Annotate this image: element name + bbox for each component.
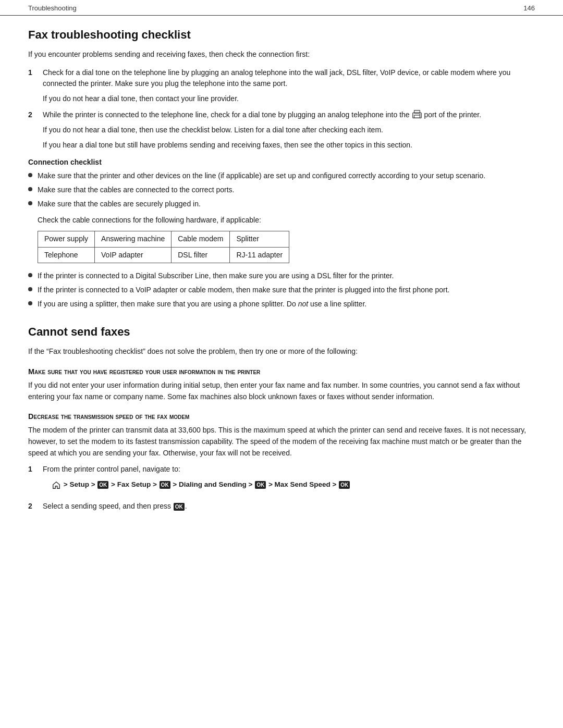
subsection-register-heading-text: Make sure that you have registered your … <box>28 367 260 376</box>
subsection-speed-body: The modem of the printer can transmit da… <box>28 425 535 459</box>
table-cell-r2c4: RJ-11 adapter <box>230 247 289 263</box>
speed-step-2-content: Select a sending speed, and then press O… <box>43 501 535 512</box>
speed-step-2-text: Select a sending speed, and then press O… <box>43 502 187 510</box>
table-row-2: Telephone VoIP adapter DSL filter RJ-11 … <box>38 247 289 263</box>
bullet-dot-2 <box>28 187 32 191</box>
italic-not: not <box>298 300 308 308</box>
ok-badge-2: OK <box>160 481 170 489</box>
speed-step-1: 1 From the printer control panel, naviga… <box>28 464 535 496</box>
more-bullet-1: If the printer is connected to a Digital… <box>28 270 535 281</box>
table-cell-r1c2: Answering machine <box>95 231 172 248</box>
svg-rect-2 <box>414 115 420 118</box>
bullet-item-1: Make sure that the printer and other dev… <box>28 170 535 181</box>
subsection-register-heading: Make sure that you have registered your … <box>28 367 535 376</box>
more-bullets: If the printer is connected to a Digital… <box>28 270 535 310</box>
more-bullet-dot-3 <box>28 301 32 305</box>
bullet-text-3: Make sure that the cables are securely p… <box>38 199 201 209</box>
item-1-text: Check for a dial tone on the telephone l… <box>43 68 510 88</box>
hardware-table: Power supply Answering machine Cable mod… <box>38 231 289 263</box>
checklist-bullets: Make sure that the printer and other dev… <box>28 170 535 209</box>
speed-step-1-text: From the printer control panel, navigate… <box>43 465 180 473</box>
more-bullet-text-3: If you are using a splitter, then make s… <box>38 299 366 310</box>
subsection-speed: Decrease the transmission speed of the f… <box>28 412 535 512</box>
ok-badge-4: OK <box>339 481 350 489</box>
table-cell-r1c3: Cable modem <box>172 231 230 248</box>
speed-step-2: 2 Select a sending speed, and then press… <box>28 501 535 512</box>
numbered-item-1: 1 Check for a dial tone on the telephone… <box>28 67 535 104</box>
page-number: 146 <box>523 4 535 12</box>
nav-line: > Setup > OK > Fax Setup > OK > Dialing … <box>52 479 535 490</box>
table-cell-r1c4: Splitter <box>230 231 289 248</box>
speed-step-num-2: 2 <box>28 501 43 512</box>
section2-intro: If the “Fax troubleshooting checklist” d… <box>28 346 535 357</box>
numbered-item-2: 2 While the printer is connected to the … <box>28 109 535 151</box>
more-bullet-dot-2 <box>28 287 32 291</box>
bullet-text-2: Make sure that the cables are connected … <box>38 184 234 195</box>
item-2-content: While the printer is connected to the te… <box>43 109 535 151</box>
item-1-sub: If you do not hear a dial tone, then con… <box>43 93 535 104</box>
numbered-list: 1 Check for a dial tone on the telephone… <box>28 67 535 151</box>
bullet-item-3: Make sure that the cables are securely p… <box>28 199 535 209</box>
nav-text: > Setup > OK > Fax Setup > OK > Dialing … <box>64 480 350 488</box>
more-bullet-text-1: If the printer is connected to a Digital… <box>38 270 394 281</box>
page-header: Troubleshooting 146 <box>0 0 563 16</box>
section1-title: Fax troubleshooting checklist <box>28 28 535 42</box>
subsection-speed-heading: Decrease the transmission speed of the f… <box>28 412 535 421</box>
cable-note: Check the cable connections for the foll… <box>38 215 535 226</box>
item-number-1: 1 <box>28 67 43 104</box>
ok-badge-5: OK <box>174 503 185 511</box>
home-icon <box>52 481 60 489</box>
more-bullet-2: If the printer is connected to a VoIP ad… <box>28 285 535 295</box>
page: Troubleshooting 146 Fax troubleshooting … <box>0 0 563 728</box>
ok-badge-1: OK <box>97 481 108 489</box>
item-2-sub2: If you hear a dial tone but still have p… <box>43 140 535 151</box>
more-bullet-3: If you are using a splitter, then make s… <box>28 299 535 310</box>
svg-point-3 <box>419 114 420 115</box>
table-cell-r2c3: DSL filter <box>172 247 230 263</box>
table-cell-r2c2: VoIP adapter <box>95 247 172 263</box>
speed-step-1-content: From the printer control panel, navigate… <box>43 464 535 496</box>
subsection-register: Make sure that you have registered your … <box>28 367 535 402</box>
table-row-1: Power supply Answering machine Cable mod… <box>38 231 289 248</box>
bullet-dot-3 <box>28 201 32 205</box>
item-2-text: While the printer is connected to the te… <box>43 110 481 119</box>
more-bullet-text-2: If the printer is connected to a VoIP ad… <box>38 285 449 295</box>
speed-step-num-1: 1 <box>28 464 43 496</box>
section1-intro: If you encounter problems sending and re… <box>28 49 535 60</box>
section2: Cannot send faxes If the “Fax troublesho… <box>28 325 535 512</box>
section2-title: Cannot send faxes <box>28 325 535 339</box>
bullet-text-1: Make sure that the printer and other dev… <box>38 170 485 181</box>
more-bullet-dot-1 <box>28 273 32 277</box>
table-cell-r2c1: Telephone <box>38 247 95 263</box>
speed-steps: 1 From the printer control panel, naviga… <box>28 464 535 512</box>
printer-icon <box>412 110 422 119</box>
item-1-content: Check for a dial tone on the telephone l… <box>43 67 535 104</box>
item-2-sub1: If you do not hear a dial tone, then use… <box>43 125 535 135</box>
bullet-item-2: Make sure that the cables are connected … <box>28 184 535 195</box>
header-title: Troubleshooting <box>28 4 77 12</box>
item-number-2: 2 <box>28 109 43 151</box>
connection-checklist-heading: Connection checklist <box>28 158 535 166</box>
bullet-dot-1 <box>28 173 32 177</box>
subsection-speed-heading-text: Decrease the transmission speed of the f… <box>28 412 189 421</box>
connection-checklist: Connection checklist Make sure that the … <box>28 158 535 310</box>
ok-badge-3: OK <box>255 481 266 489</box>
main-content: Fax troubleshooting checklist If you enc… <box>0 28 563 538</box>
subsection-register-body: If you did not enter your user informati… <box>28 380 535 402</box>
table-cell-r1c1: Power supply <box>38 231 95 248</box>
